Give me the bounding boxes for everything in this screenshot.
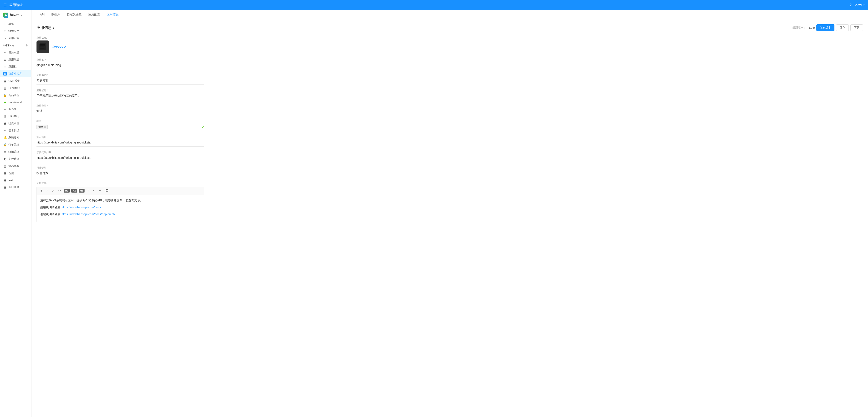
page-header: 应用信息： 最新版本： 1.0.0 发布版本 保存 下载: [36, 24, 863, 31]
sidebar-item-today[interactable]: ▣ 今日要事: [0, 184, 31, 191]
sidebar-item-label: 需求反馈: [8, 129, 19, 132]
sidebar-item-pay[interactable]: ◐ 支付系统: [0, 155, 31, 163]
my-apps-settings-icon[interactable]: ⚙: [25, 44, 28, 47]
logo-field: 应用Logo 上传LOGO: [36, 36, 204, 53]
sidebar-item-org-sys[interactable]: ▤ 组织系统: [0, 148, 31, 155]
tabs-bar: API 数据库 自定义函数 应用配置 应用信息: [31, 10, 868, 19]
h1-button[interactable]: H1: [64, 189, 70, 193]
save-button[interactable]: 保存: [836, 24, 849, 31]
publish-button[interactable]: 发布版本: [816, 24, 834, 31]
italic-button[interactable]: I: [45, 189, 49, 193]
upload-logo-button[interactable]: 上传LOGO: [53, 45, 66, 49]
sidebar-item-label: 订单系统: [8, 143, 19, 147]
tab-database[interactable]: 数据库: [48, 10, 64, 19]
sidebar-item-orders[interactable]: 🔒 订单系统: [0, 141, 31, 148]
sidebar-item-label: 系统通知: [8, 136, 19, 139]
logo-preview: 上传LOGO: [36, 40, 204, 53]
app-name-value[interactable]: 简易博客: [36, 78, 204, 85]
quote-button[interactable]: ": [86, 189, 90, 193]
app-desc-label: 应用描述 *: [36, 89, 204, 92]
sidebar-item-baidu-mini[interactable]: 百 百度小程序: [0, 70, 31, 77]
page-title: 应用信息：: [36, 25, 55, 30]
sidebar-item-sms[interactable]: ▣ 短信: [0, 170, 31, 177]
sidebar-item-org-apps[interactable]: ⊞ 组织应用: [0, 28, 31, 35]
demo-url-label: 演示地址: [36, 135, 204, 139]
page-header-actions: 最新版本： 1.0.0 发布版本 保存 下载: [793, 24, 863, 31]
sidebar-item-helloworld[interactable]: ● HelloWorld: [0, 99, 31, 105]
user-dropdown-icon: ▾: [863, 3, 865, 7]
sidebar-item-label: 应用栏: [8, 65, 17, 69]
editor-container: B I U <> H1 H2 H3 " ≡ ≡• 🖼: [36, 187, 204, 222]
feed-icon: ▤: [3, 87, 7, 90]
sidebar-item-app-sys[interactable]: ⊞ 应用系统: [0, 56, 31, 63]
logo-icon: [3, 12, 8, 18]
my-apps-label: 我的应用：: [3, 43, 17, 47]
tab-app-config[interactable]: 应用配置: [85, 10, 103, 19]
tab-app-info[interactable]: 应用信息: [103, 10, 122, 19]
im-icon: ○: [3, 107, 7, 111]
my-apps-section: 我的应用： ⚙: [0, 42, 31, 49]
sidebar-item-feed[interactable]: ▤ Feed系统: [0, 85, 31, 92]
help-icon[interactable]: ?: [849, 3, 851, 7]
sidebar-item-blog[interactable]: ▤ 简易博客: [0, 163, 31, 170]
app-category-label: 应用分类 *: [36, 104, 204, 107]
sidebar-item-sales[interactable]: ○ 售后系统: [0, 49, 31, 56]
editor-content[interactable]: 清林云BaaS系统演示应用，提供两个简单的API，能够新建文章，能查询文章。 使…: [37, 194, 204, 222]
app-desc-value[interactable]: 用于演示清林云功能的基础应用。: [36, 93, 204, 100]
grid-icon: ⊞: [3, 29, 7, 33]
menu-toggle-icon[interactable]: ☰: [3, 3, 7, 7]
bold-button[interactable]: B: [39, 189, 43, 193]
top-nav: ☰ 应用编辑 ? Victor ▾: [0, 0, 868, 10]
h2-button[interactable]: H2: [71, 189, 77, 193]
download-button[interactable]: 下载: [850, 24, 863, 31]
sidebar-item-im[interactable]: ○ IM系统: [0, 105, 31, 113]
lock-icon: 🔒: [3, 94, 7, 97]
tags-container: 博客 × ✓: [36, 124, 204, 131]
sidebar-item-app-market[interactable]: ★ 应用市场: [0, 35, 31, 42]
sidebar-item-label: LBS系统: [8, 114, 19, 118]
sidebar-item-label: 组织应用: [8, 29, 19, 33]
demo-url-value[interactable]: https://stackblitz.com/fork/qinglin-quic…: [36, 140, 204, 147]
tab-api[interactable]: API: [36, 10, 48, 19]
editor-toolbar: B I U <> H1 H2 H3 " ≡ ≡• 🖼: [37, 187, 204, 194]
sidebar-item-label: 简易博客: [8, 164, 19, 168]
tag-item: 博客 ×: [36, 125, 48, 129]
sidebar-item-overview[interactable]: ⊞ 概览: [0, 20, 31, 28]
user-menu[interactable]: Victor ▾: [855, 3, 865, 7]
underline-button[interactable]: U: [50, 189, 55, 193]
charge-type-value[interactable]: 按需付费: [36, 170, 204, 177]
sidebar-item-app-bar[interactable]: ≡ 应用栏: [0, 63, 31, 70]
sidebar: 清林云 ▾ ⊞ 概览 ⊞ 组织应用 ★ 应用市场 我的应用： ⚙ ○ 售后系统 …: [0, 10, 31, 417]
sidebar-item-label: 短信: [8, 171, 14, 175]
grid-icon: ⊞: [3, 22, 7, 26]
tab-custom-fn[interactable]: 自定义函数: [64, 10, 85, 19]
h3-button[interactable]: H3: [79, 189, 84, 193]
orders-icon: 🔒: [3, 143, 7, 147]
sidebar-item-cms[interactable]: ▣ CMS系统: [0, 77, 31, 85]
code-button[interactable]: <>: [56, 189, 62, 193]
code-url-value[interactable]: https://stackblitz.com/fork/qinglin-quic…: [36, 155, 204, 162]
sidebar-item-label: IM系统: [8, 107, 17, 111]
app-category-value[interactable]: 测试: [36, 108, 204, 115]
create-link[interactable]: https://www.baasapi.com/docs/app-create: [61, 213, 116, 216]
tag-close-icon[interactable]: ×: [44, 126, 46, 129]
logo-area[interactable]: 清林云 ▾: [0, 10, 31, 20]
ordered-list-button[interactable]: ≡: [92, 189, 96, 193]
sidebar-item-goods[interactable]: 🔒 商品系统: [0, 92, 31, 99]
sidebar-item-logistics[interactable]: ◉ 物流系统: [0, 120, 31, 127]
sidebar-item-test[interactable]: ◉ test: [0, 177, 31, 184]
svg-rect-5: [40, 48, 44, 48]
app-name-field: 应用名称 * 简易博客: [36, 73, 204, 85]
logo-dropdown-icon: ▾: [21, 14, 22, 17]
image-button[interactable]: 🖼: [104, 189, 110, 193]
sidebar-item-lbs[interactable]: ◎ LBS系统: [0, 113, 31, 120]
app-id-value[interactable]: qinglin-simple-blog: [36, 63, 204, 69]
app-id-field: 应用ID * qinglin-simple-blog: [36, 58, 204, 69]
sidebar-item-label: 百度小程序: [8, 72, 22, 76]
sidebar-item-label: 售后系统: [8, 51, 19, 54]
sidebar-item-feedback[interactable]: ○ 需求反馈: [0, 127, 31, 134]
sidebar-item-notify[interactable]: 🔔 系统通知: [0, 134, 31, 141]
docs-link[interactable]: https://www.baasapi.com/docs: [61, 205, 101, 209]
unordered-list-button[interactable]: ≡•: [97, 189, 102, 193]
code-url-field: 示例代码URL https://stackblitz.com/fork/qing…: [36, 151, 204, 162]
